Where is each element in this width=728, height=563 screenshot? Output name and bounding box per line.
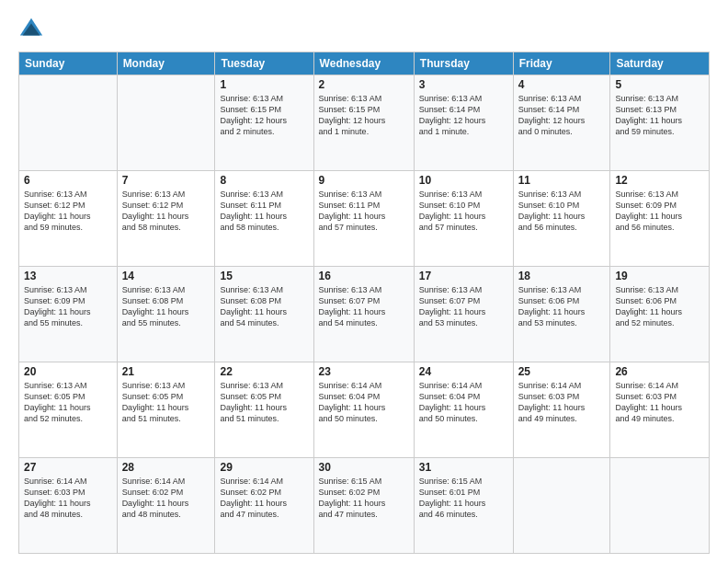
header-cell-saturday: Saturday <box>610 52 710 75</box>
calendar-cell: 22Sunrise: 6:13 AM Sunset: 6:05 PM Dayli… <box>215 362 313 458</box>
calendar-cell: 30Sunrise: 6:15 AM Sunset: 6:02 PM Dayli… <box>313 458 414 554</box>
calendar-cell: 12Sunrise: 6:13 AM Sunset: 6:09 PM Dayli… <box>610 171 710 267</box>
cell-content: Sunrise: 6:13 AM Sunset: 6:10 PM Dayligh… <box>419 189 508 234</box>
cell-content: Sunrise: 6:13 AM Sunset: 6:12 PM Dayligh… <box>24 189 112 234</box>
day-number: 8 <box>220 174 308 187</box>
cell-content: Sunrise: 6:14 AM Sunset: 6:03 PM Dayligh… <box>615 380 704 425</box>
day-number: 12 <box>615 174 704 187</box>
day-number: 2 <box>319 78 409 91</box>
cell-content: Sunrise: 6:13 AM Sunset: 6:15 PM Dayligh… <box>319 93 409 138</box>
calendar-cell: 16Sunrise: 6:13 AM Sunset: 6:07 PM Dayli… <box>313 267 414 362</box>
week-row-2: 13Sunrise: 6:13 AM Sunset: 6:09 PM Dayli… <box>19 267 710 362</box>
calendar-cell: 18Sunrise: 6:13 AM Sunset: 6:06 PM Dayli… <box>513 267 610 362</box>
day-number: 3 <box>419 78 508 91</box>
day-number: 16 <box>319 270 409 282</box>
calendar-cell <box>513 458 610 554</box>
cell-content: Sunrise: 6:13 AM Sunset: 6:10 PM Dayligh… <box>518 189 606 234</box>
day-number: 26 <box>615 365 704 378</box>
cell-content: Sunrise: 6:14 AM Sunset: 6:03 PM Dayligh… <box>518 380 606 425</box>
week-row-3: 20Sunrise: 6:13 AM Sunset: 6:05 PM Dayli… <box>19 362 710 458</box>
calendar-cell: 17Sunrise: 6:13 AM Sunset: 6:07 PM Dayli… <box>414 267 513 362</box>
cell-content: Sunrise: 6:13 AM Sunset: 6:05 PM Dayligh… <box>24 380 112 425</box>
header-cell-sunday: Sunday <box>19 52 118 75</box>
calendar-cell: 11Sunrise: 6:13 AM Sunset: 6:10 PM Dayli… <box>513 171 610 267</box>
cell-content: Sunrise: 6:14 AM Sunset: 6:03 PM Dayligh… <box>24 476 112 521</box>
day-number: 6 <box>24 174 112 187</box>
calendar-cell: 25Sunrise: 6:14 AM Sunset: 6:03 PM Dayli… <box>513 362 610 458</box>
cell-content: Sunrise: 6:13 AM Sunset: 6:15 PM Dayligh… <box>220 93 308 138</box>
day-number: 22 <box>220 365 308 378</box>
cell-content: Sunrise: 6:14 AM Sunset: 6:04 PM Dayligh… <box>419 380 508 425</box>
day-number: 25 <box>518 365 606 378</box>
day-number: 23 <box>319 365 409 378</box>
calendar-cell: 31Sunrise: 6:15 AM Sunset: 6:01 PM Dayli… <box>414 458 513 554</box>
calendar-cell: 20Sunrise: 6:13 AM Sunset: 6:05 PM Dayli… <box>19 362 118 458</box>
cell-content: Sunrise: 6:13 AM Sunset: 6:11 PM Dayligh… <box>319 189 409 234</box>
cell-content: Sunrise: 6:13 AM Sunset: 6:07 PM Dayligh… <box>319 284 409 329</box>
day-number: 15 <box>220 270 308 282</box>
calendar-cell: 26Sunrise: 6:14 AM Sunset: 6:03 PM Dayli… <box>610 362 710 458</box>
cell-content: Sunrise: 6:13 AM Sunset: 6:08 PM Dayligh… <box>122 284 210 329</box>
cell-content: Sunrise: 6:13 AM Sunset: 6:14 PM Dayligh… <box>518 93 606 138</box>
calendar-cell: 9Sunrise: 6:13 AM Sunset: 6:11 PM Daylig… <box>313 171 414 267</box>
week-row-1: 6Sunrise: 6:13 AM Sunset: 6:12 PM Daylig… <box>19 171 710 267</box>
day-number: 11 <box>518 174 606 187</box>
day-number: 30 <box>319 461 409 474</box>
header-cell-friday: Friday <box>513 52 610 75</box>
day-number: 13 <box>24 270 112 282</box>
calendar-cell: 8Sunrise: 6:13 AM Sunset: 6:11 PM Daylig… <box>215 171 313 267</box>
day-number: 4 <box>518 78 606 91</box>
calendar-cell: 5Sunrise: 6:13 AM Sunset: 6:13 PM Daylig… <box>610 75 710 171</box>
cell-content: Sunrise: 6:13 AM Sunset: 6:13 PM Dayligh… <box>615 93 704 138</box>
calendar-cell: 27Sunrise: 6:14 AM Sunset: 6:03 PM Dayli… <box>19 458 118 554</box>
day-number: 10 <box>419 174 508 187</box>
day-number: 14 <box>122 270 210 282</box>
calendar-cell: 14Sunrise: 6:13 AM Sunset: 6:08 PM Dayli… <box>117 267 215 362</box>
cell-content: Sunrise: 6:13 AM Sunset: 6:06 PM Dayligh… <box>615 284 704 329</box>
week-row-4: 27Sunrise: 6:14 AM Sunset: 6:03 PM Dayli… <box>19 458 710 554</box>
day-number: 17 <box>419 270 508 282</box>
day-number: 29 <box>220 461 308 474</box>
cell-content: Sunrise: 6:13 AM Sunset: 6:12 PM Dayligh… <box>122 189 210 234</box>
cell-content: Sunrise: 6:14 AM Sunset: 6:04 PM Dayligh… <box>319 380 409 425</box>
calendar-cell: 6Sunrise: 6:13 AM Sunset: 6:12 PM Daylig… <box>19 171 118 267</box>
day-number: 20 <box>24 365 112 378</box>
cell-content: Sunrise: 6:14 AM Sunset: 6:02 PM Dayligh… <box>122 476 210 521</box>
cell-content: Sunrise: 6:13 AM Sunset: 6:09 PM Dayligh… <box>615 189 704 234</box>
calendar-cell: 2Sunrise: 6:13 AM Sunset: 6:15 PM Daylig… <box>313 75 414 171</box>
calendar-cell: 19Sunrise: 6:13 AM Sunset: 6:06 PM Dayli… <box>610 267 710 362</box>
cell-content: Sunrise: 6:13 AM Sunset: 6:11 PM Dayligh… <box>220 189 308 234</box>
calendar-cell: 24Sunrise: 6:14 AM Sunset: 6:04 PM Dayli… <box>414 362 513 458</box>
calendar-cell <box>610 458 710 554</box>
calendar-cell: 23Sunrise: 6:14 AM Sunset: 6:04 PM Dayli… <box>313 362 414 458</box>
cell-content: Sunrise: 6:15 AM Sunset: 6:01 PM Dayligh… <box>419 476 508 521</box>
header-cell-monday: Monday <box>117 52 215 75</box>
header-cell-wednesday: Wednesday <box>313 52 414 75</box>
cell-content: Sunrise: 6:13 AM Sunset: 6:05 PM Dayligh… <box>220 380 308 425</box>
day-number: 27 <box>24 461 112 474</box>
day-number: 1 <box>220 78 308 91</box>
header-cell-thursday: Thursday <box>414 52 513 75</box>
day-number: 21 <box>122 365 210 378</box>
calendar-header: SundayMondayTuesdayWednesdayThursdayFrid… <box>19 52 710 75</box>
cell-content: Sunrise: 6:13 AM Sunset: 6:14 PM Dayligh… <box>419 93 508 138</box>
calendar-cell <box>117 75 215 171</box>
calendar-cell: 7Sunrise: 6:13 AM Sunset: 6:12 PM Daylig… <box>117 171 215 267</box>
header-row: SundayMondayTuesdayWednesdayThursdayFrid… <box>19 52 710 75</box>
calendar-cell: 3Sunrise: 6:13 AM Sunset: 6:14 PM Daylig… <box>414 75 513 171</box>
day-number: 31 <box>419 461 508 474</box>
cell-content: Sunrise: 6:13 AM Sunset: 6:08 PM Dayligh… <box>220 284 308 329</box>
calendar-cell: 29Sunrise: 6:14 AM Sunset: 6:02 PM Dayli… <box>215 458 313 554</box>
cell-content: Sunrise: 6:13 AM Sunset: 6:05 PM Dayligh… <box>122 380 210 425</box>
day-number: 7 <box>122 174 210 187</box>
day-number: 28 <box>122 461 210 474</box>
cell-content: Sunrise: 6:13 AM Sunset: 6:07 PM Dayligh… <box>419 284 508 329</box>
cell-content: Sunrise: 6:13 AM Sunset: 6:09 PM Dayligh… <box>24 284 112 329</box>
day-number: 18 <box>518 270 606 282</box>
calendar-cell: 13Sunrise: 6:13 AM Sunset: 6:09 PM Dayli… <box>19 267 118 362</box>
cell-content: Sunrise: 6:14 AM Sunset: 6:02 PM Dayligh… <box>220 476 308 521</box>
day-number: 19 <box>615 270 704 282</box>
calendar-table: SundayMondayTuesdayWednesdayThursdayFrid… <box>18 52 710 554</box>
calendar-cell: 4Sunrise: 6:13 AM Sunset: 6:14 PM Daylig… <box>513 75 610 171</box>
calendar-cell: 21Sunrise: 6:13 AM Sunset: 6:05 PM Dayli… <box>117 362 215 458</box>
